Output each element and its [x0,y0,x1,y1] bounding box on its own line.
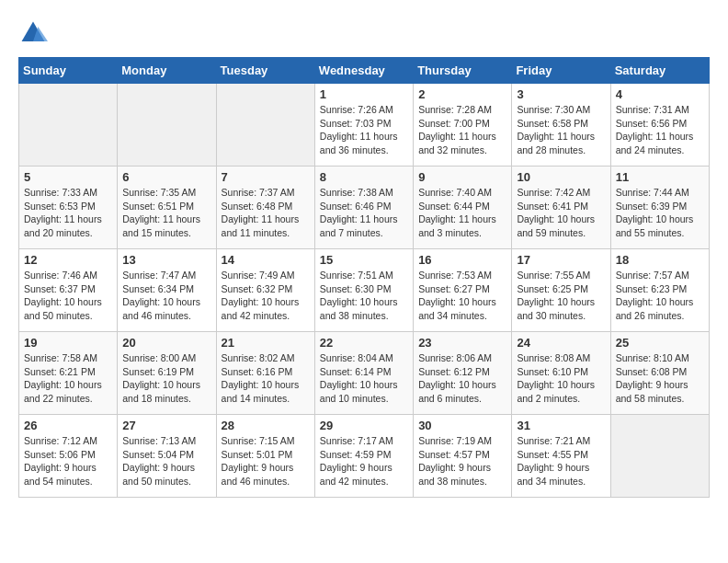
calendar-cell: 8Sunrise: 7:38 AMSunset: 6:46 PMDaylight… [314,167,413,249]
day-info: Sunrise: 7:28 AMSunset: 7:00 PMDaylight:… [418,103,506,157]
day-info: Sunrise: 8:02 AMSunset: 6:16 PMDaylight:… [222,351,310,406]
day-number: 8 [320,170,408,184]
day-info: Sunrise: 7:31 AMSunset: 6:56 PMDaylight:… [616,103,704,157]
day-number: 5 [24,170,112,184]
calendar-week-row: 19Sunrise: 7:58 AMSunset: 6:21 PMDayligh… [19,332,710,415]
day-info: Sunrise: 7:44 AMSunset: 6:39 PMDaylight:… [616,186,704,240]
calendar-cell: 5Sunrise: 7:33 AMSunset: 6:53 PMDaylight… [19,167,118,249]
calendar-body: 1Sunrise: 7:26 AMSunset: 7:03 PMDaylight… [19,84,710,498]
calendar-cell: 26Sunrise: 7:12 AMSunset: 5:06 PMDayligh… [19,415,118,498]
day-info: Sunrise: 7:30 AMSunset: 6:58 PMDaylight:… [517,103,605,157]
calendar-cell: 20Sunrise: 8:00 AMSunset: 6:19 PMDayligh… [118,332,216,415]
day-number: 25 [616,336,704,350]
calendar-week-row: 5Sunrise: 7:33 AMSunset: 6:53 PMDaylight… [19,167,710,249]
day-info: Sunrise: 7:47 AMSunset: 6:34 PMDaylight:… [122,269,210,323]
calendar-cell: 21Sunrise: 8:02 AMSunset: 6:16 PMDayligh… [216,332,314,415]
day-number: 22 [320,336,408,350]
day-info: Sunrise: 7:15 AMSunset: 5:01 PMDaylight:… [222,434,310,488]
calendar-cell: 14Sunrise: 7:49 AMSunset: 6:32 PMDayligh… [216,249,314,332]
calendar-cell: 12Sunrise: 7:46 AMSunset: 6:37 PMDayligh… [19,249,118,332]
day-info: Sunrise: 7:26 AMSunset: 7:03 PMDaylight:… [320,103,408,157]
calendar-cell: 18Sunrise: 7:57 AMSunset: 6:23 PMDayligh… [610,249,709,332]
day-info: Sunrise: 7:38 AMSunset: 6:46 PMDaylight:… [320,186,408,240]
header-row: SundayMondayTuesdayWednesdayThursdayFrid… [19,58,710,84]
calendar-cell: 19Sunrise: 7:58 AMSunset: 6:21 PMDayligh… [19,332,118,415]
calendar-cell: 10Sunrise: 7:42 AMSunset: 6:41 PMDayligh… [512,167,610,249]
calendar-cell: 6Sunrise: 7:35 AMSunset: 6:51 PMDaylight… [118,167,216,249]
calendar-week-row: 26Sunrise: 7:12 AMSunset: 5:06 PMDayligh… [19,415,710,498]
day-info: Sunrise: 7:35 AMSunset: 6:51 PMDaylight:… [122,186,210,240]
calendar-cell [610,415,709,498]
day-info: Sunrise: 7:21 AMSunset: 4:55 PMDaylight:… [517,434,605,488]
day-info: Sunrise: 8:08 AMSunset: 6:10 PMDaylight:… [517,351,605,406]
header-day: Saturday [610,58,709,84]
header-day: Tuesday [216,58,314,84]
day-number: 27 [122,419,210,432]
day-number: 17 [517,253,605,267]
calendar-cell: 7Sunrise: 7:37 AMSunset: 6:48 PMDaylight… [216,167,314,249]
calendar-cell: 15Sunrise: 7:51 AMSunset: 6:30 PMDayligh… [314,249,413,332]
day-info: Sunrise: 7:17 AMSunset: 4:59 PMDaylight:… [320,434,408,488]
calendar-cell: 31Sunrise: 7:21 AMSunset: 4:55 PMDayligh… [512,415,610,498]
calendar-cell: 27Sunrise: 7:13 AMSunset: 5:04 PMDayligh… [118,415,216,498]
calendar-cell: 1Sunrise: 7:26 AMSunset: 7:03 PMDaylight… [314,84,413,167]
day-info: Sunrise: 7:51 AMSunset: 6:30 PMDaylight:… [320,269,408,323]
logo-icon [18,18,48,48]
calendar-cell: 11Sunrise: 7:44 AMSunset: 6:39 PMDayligh… [610,167,709,249]
day-number: 18 [616,253,704,267]
calendar-week-row: 12Sunrise: 7:46 AMSunset: 6:37 PMDayligh… [19,249,710,332]
calendar-cell: 9Sunrise: 7:40 AMSunset: 6:44 PMDaylight… [414,167,512,249]
page-header [18,18,710,48]
day-number: 9 [418,170,506,184]
calendar-cell: 22Sunrise: 8:04 AMSunset: 6:14 PMDayligh… [314,332,413,415]
day-info: Sunrise: 7:49 AMSunset: 6:32 PMDaylight:… [222,269,310,323]
day-number: 10 [517,170,605,184]
day-info: Sunrise: 8:00 AMSunset: 6:19 PMDaylight:… [122,351,210,406]
calendar-cell: 24Sunrise: 8:08 AMSunset: 6:10 PMDayligh… [512,332,610,415]
calendar-cell: 2Sunrise: 7:28 AMSunset: 7:00 PMDaylight… [414,84,512,167]
calendar-cell: 30Sunrise: 7:19 AMSunset: 4:57 PMDayligh… [414,415,512,498]
calendar-cell: 4Sunrise: 7:31 AMSunset: 6:56 PMDaylight… [610,84,709,167]
day-info: Sunrise: 8:10 AMSunset: 6:08 PMDaylight:… [616,351,704,406]
day-info: Sunrise: 7:33 AMSunset: 6:53 PMDaylight:… [24,186,112,240]
day-info: Sunrise: 8:06 AMSunset: 6:12 PMDaylight:… [418,351,506,406]
day-info: Sunrise: 7:42 AMSunset: 6:41 PMDaylight:… [517,186,605,240]
calendar-cell [19,84,118,167]
day-number: 6 [122,170,210,184]
header-day: Friday [512,58,610,84]
day-info: Sunrise: 7:40 AMSunset: 6:44 PMDaylight:… [418,186,506,240]
day-info: Sunrise: 7:53 AMSunset: 6:27 PMDaylight:… [418,269,506,323]
day-info: Sunrise: 7:13 AMSunset: 5:04 PMDaylight:… [122,434,210,488]
day-info: Sunrise: 8:04 AMSunset: 6:14 PMDaylight:… [320,351,408,406]
day-info: Sunrise: 7:12 AMSunset: 5:06 PMDaylight:… [24,434,112,488]
day-number: 15 [320,253,408,267]
calendar-cell: 23Sunrise: 8:06 AMSunset: 6:12 PMDayligh… [414,332,512,415]
day-number: 11 [616,170,704,184]
day-number: 1 [320,87,408,101]
day-info: Sunrise: 7:19 AMSunset: 4:57 PMDaylight:… [418,434,506,488]
calendar-cell: 16Sunrise: 7:53 AMSunset: 6:27 PMDayligh… [414,249,512,332]
calendar-cell [216,84,314,167]
day-number: 24 [517,336,605,350]
calendar-cell: 17Sunrise: 7:55 AMSunset: 6:25 PMDayligh… [512,249,610,332]
header-day: Wednesday [314,58,413,84]
day-number: 3 [517,87,605,101]
day-number: 19 [24,336,112,350]
calendar-cell: 13Sunrise: 7:47 AMSunset: 6:34 PMDayligh… [118,249,216,332]
day-number: 26 [24,419,112,432]
calendar-cell: 3Sunrise: 7:30 AMSunset: 6:58 PMDaylight… [512,84,610,167]
day-number: 23 [418,336,506,350]
day-number: 16 [418,253,506,267]
calendar-cell: 29Sunrise: 7:17 AMSunset: 4:59 PMDayligh… [314,415,413,498]
day-info: Sunrise: 7:57 AMSunset: 6:23 PMDaylight:… [616,269,704,323]
calendar-cell: 28Sunrise: 7:15 AMSunset: 5:01 PMDayligh… [216,415,314,498]
calendar-table: SundayMondayTuesdayWednesdayThursdayFrid… [18,57,710,498]
calendar-week-row: 1Sunrise: 7:26 AMSunset: 7:03 PMDaylight… [19,84,710,167]
day-number: 20 [122,336,210,350]
day-number: 30 [418,419,506,432]
day-info: Sunrise: 7:55 AMSunset: 6:25 PMDaylight:… [517,269,605,323]
calendar-cell [118,84,216,167]
logo [18,18,51,48]
day-number: 13 [122,253,210,267]
day-number: 28 [222,419,310,432]
